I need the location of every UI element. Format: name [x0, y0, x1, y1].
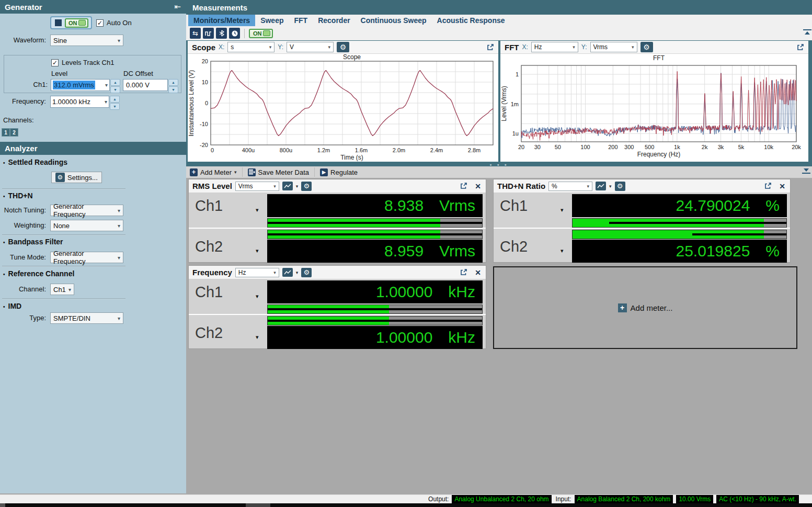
tab-recorder[interactable]: Recorder	[313, 15, 355, 26]
fft-y-select[interactable]: Vrms▾	[590, 42, 637, 52]
export-meters-icon[interactable]	[802, 168, 810, 174]
chevron-down-icon[interactable]: ▾	[256, 293, 259, 300]
output-config-badge[interactable]: Analog Unbalanced 2 Ch, 20 ohm	[452, 495, 551, 503]
close-icon[interactable]: ✕	[779, 182, 785, 190]
measurement-on-toggle[interactable]: ON	[249, 29, 273, 38]
tab-acoustic-response[interactable]: Acoustic Response	[432, 15, 510, 26]
horizontal-splitter[interactable]: ● ● ●	[186, 162, 812, 166]
fft-x-select[interactable]: Hz▾	[531, 42, 578, 52]
notch-tuning-select[interactable]: Generator Frequency▾	[50, 205, 123, 216]
frequency-settings-gear-icon[interactable]: ⚙	[301, 268, 312, 277]
channel-selector[interactable]: Ch1	[195, 197, 223, 215]
dc-offset-input[interactable]: 0.000 V	[123, 79, 168, 91]
channel-selector[interactable]: Ch1	[500, 197, 528, 215]
fft-settings-gear-icon[interactable]: ⚙	[641, 42, 653, 52]
chevron-down-icon[interactable]: ▾	[256, 207, 259, 213]
measurements-area: Measurements Monitors/Meters Sweep FFT R…	[186, 0, 812, 494]
levels-track-checkbox[interactable]: ✓ Levels Track Ch1	[51, 59, 114, 66]
channel-1-button[interactable]: 1	[2, 128, 10, 137]
input-filter-badge[interactable]: AC (<10 Hz) - 90 kHz, A-wt.	[716, 495, 799, 503]
frequency-spinner[interactable]: ▲ ▼	[110, 96, 120, 110]
meter-chart-icon[interactable]	[596, 182, 606, 190]
spin-down-icon[interactable]: ▼	[110, 86, 120, 93]
level-spinner[interactable]: ▲ ▼	[110, 79, 120, 93]
io-swap-icon[interactable]: ⇆	[190, 28, 201, 39]
weighting-select[interactable]: None▾	[50, 220, 123, 231]
svg-text:500: 500	[645, 144, 654, 150]
add-meter-button[interactable]: + Add Meter ▾	[190, 168, 237, 176]
rms-popout-icon[interactable]	[460, 182, 467, 190]
add-meter-placeholder[interactable]: + Add meter...	[493, 266, 797, 349]
chevron-down-icon[interactable]: ▾	[256, 247, 259, 254]
meter-chart-icon[interactable]	[282, 268, 293, 277]
svg-text:800u: 800u	[280, 147, 292, 153]
measurements-titlebar: Measurements	[186, 0, 812, 15]
frequency-unit-select[interactable]: Hz▾	[235, 268, 279, 277]
channel-selector[interactable]: Ch2	[500, 238, 528, 255]
dc-offset-spinner[interactable]: ▲ ▼	[168, 79, 178, 93]
tune-mode-select[interactable]: Generator Frequency▾	[50, 252, 123, 263]
tab-continuous-sweep[interactable]: Continuous Sweep	[356, 15, 432, 26]
collapse-panel-icon[interactable]	[803, 29, 811, 35]
level-input[interactable]: 312.0 mVrms ▾	[51, 79, 110, 91]
input-range-badge[interactable]: 10.00 Vrms	[676, 495, 713, 503]
fft-popout-icon[interactable]	[796, 43, 804, 51]
tab-sweep[interactable]: Sweep	[255, 15, 289, 26]
spin-down-icon[interactable]: ▼	[110, 103, 120, 110]
rms-unit-select[interactable]: Vrms▾	[235, 182, 279, 191]
scope-y-select[interactable]: V▾	[287, 42, 334, 52]
tab-monitors-meters[interactable]: Monitors/Meters	[188, 15, 255, 26]
thdn-settings-gear-icon[interactable]: ⚙	[615, 182, 625, 191]
rms-settings-gear-icon[interactable]: ⚙	[301, 182, 312, 191]
chevron-down-icon[interactable]: ▾	[256, 334, 259, 341]
dock-pin-icon[interactable]: ⇤	[174, 2, 181, 12]
chevron-down-icon[interactable]: ▾	[609, 184, 612, 189]
save-meter-data-button[interactable]: Save Meter Data	[248, 168, 310, 176]
generator-off-icon[interactable]	[55, 19, 62, 26]
chevron-down-icon: ▾	[105, 99, 107, 105]
spin-up-icon[interactable]: ▲	[168, 79, 178, 86]
chevron-down-icon[interactable]: ▾	[296, 184, 299, 189]
auto-on-checkbox[interactable]: ✓ Auto On	[96, 19, 132, 27]
regulate-button[interactable]: ▶ Regulate	[320, 168, 358, 176]
scope-panel: Scope X: s▾ Y: V▾ ⚙ Scope0400u800u1.2m1.…	[188, 41, 498, 162]
channel-2-button[interactable]: 2	[10, 128, 18, 137]
input-config-badge[interactable]: Analog Balanced 2 Ch, 200 kohm	[575, 495, 673, 503]
imd-type-select[interactable]: SMPTE/DIN▾	[50, 312, 123, 324]
scope-x-select[interactable]: s▾	[227, 42, 275, 52]
frequency-popout-icon[interactable]	[460, 268, 467, 276]
scope-chart[interactable]: Scope0400u800u1.2m1.6m2.0m2.4m2.8m20100-…	[188, 54, 498, 162]
channel-selector[interactable]: Ch1	[195, 284, 223, 301]
signal-monitor-icon[interactable]	[203, 28, 214, 39]
chevron-down-icon[interactable]: ▾	[296, 270, 299, 275]
settings-button[interactable]: ⚙ Settings...	[51, 172, 102, 183]
generator-on-toggle[interactable]: ON	[50, 16, 92, 29]
tune-mode-label: Tune Mode:	[0, 252, 46, 263]
svg-text:-10: -10	[200, 121, 208, 127]
channel-selector[interactable]: Ch2	[195, 324, 223, 342]
spin-up-icon[interactable]: ▲	[110, 96, 120, 103]
fft-chart[interactable]: FFT2030501002003005001k2k3k5k10k20k11m1u…	[500, 54, 808, 162]
close-icon[interactable]: ✕	[475, 268, 481, 277]
waveform-select[interactable]: Sine ▾	[50, 35, 123, 46]
thdn-popout-icon[interactable]	[764, 182, 772, 190]
generator-on-switch[interactable]: ON	[65, 18, 88, 28]
channel-selector[interactable]: Ch2	[195, 238, 223, 255]
spin-up-icon[interactable]: ▲	[110, 79, 120, 86]
scope-popout-icon[interactable]	[486, 43, 494, 51]
tab-fft[interactable]: FFT	[289, 15, 313, 26]
chevron-down-icon[interactable]: ▾	[561, 207, 564, 213]
channel-select[interactable]: Ch1▾	[50, 284, 74, 295]
spin-down-icon[interactable]: ▼	[168, 86, 178, 93]
thdn-unit-select[interactable]: %▾	[548, 182, 592, 191]
status-bar: Output: Analog Unbalanced 2 Ch, 20 ohm I…	[0, 494, 812, 503]
close-icon[interactable]: ✕	[475, 182, 481, 190]
divider	[2, 188, 125, 189]
chevron-down-icon[interactable]: ▾	[561, 247, 564, 254]
frequency-input[interactable]: 1.00000 kHz ▾	[50, 96, 109, 108]
bluetooth-icon[interactable]	[216, 28, 227, 39]
fft-y-label: Y:	[581, 43, 587, 51]
meter-chart-icon[interactable]	[282, 182, 293, 190]
scope-settings-gear-icon[interactable]: ⚙	[337, 42, 349, 52]
clock-icon[interactable]	[229, 28, 240, 39]
